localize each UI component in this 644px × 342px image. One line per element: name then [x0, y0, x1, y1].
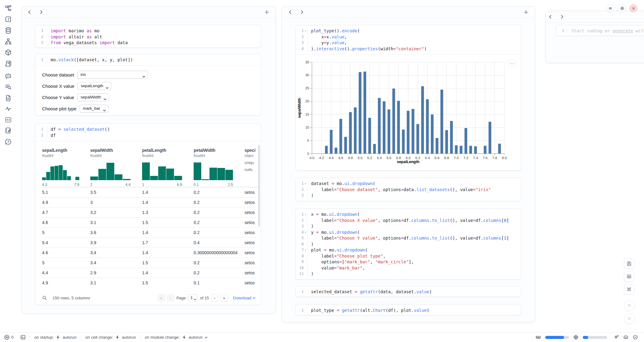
fold-chevron-icon[interactable]: v: [304, 247, 307, 253]
data-sources-icon[interactable]: [5, 27, 12, 34]
cell-selected-dataset[interactable]: 1selected_dataset = getattr(data, datase…: [295, 286, 521, 297]
scratchpad-icon[interactable]: [5, 127, 12, 134]
snippets-icon[interactable]: [5, 116, 12, 123]
cell-imports[interactable]: 1import marimo as mo2import altair as al…: [35, 25, 261, 48]
search-icon[interactable]: [42, 295, 47, 300]
connection-status-button[interactable]: [633, 335, 638, 340]
column-header-petalLength[interactable]: petalLengthfloat6416.9: [142, 144, 194, 187]
error-count-badge[interactable]: 0: [4, 335, 14, 340]
terminal-button[interactable]: [20, 335, 26, 340]
cpu-usage-meter: [583, 336, 607, 339]
column-header-petalWidth[interactable]: petalWidthfloat640.12.5: [194, 144, 245, 187]
table-row: 4.93.11.50.1setos: [42, 278, 258, 288]
dropdown-select-choose-dataset[interactable]: iris: [77, 71, 148, 79]
column-header-sepalWidth[interactable]: sepalWidthfloat6424.4: [90, 144, 142, 187]
prev-column-button[interactable]: [288, 10, 293, 15]
next-page-button[interactable]: ›: [211, 294, 218, 301]
logs-icon[interactable]: [5, 83, 12, 91]
cell-plot-type[interactable]: 1plot_type = getattr(alt.Chart(df), plot…: [295, 305, 521, 315]
on-cell-change-config[interactable]: on cell change: autorun: [85, 335, 136, 340]
column-header-sepalLength[interactable]: sepalLengthfloat644.37.9: [42, 144, 90, 187]
tracing-icon[interactable]: [5, 105, 12, 112]
svg-text:f: f: [8, 17, 10, 22]
svg-text:7.2: 7.2: [463, 156, 468, 160]
menu-button[interactable]: [606, 4, 614, 12]
cell-vstack[interactable]: 1mo.vstack([dataset, x, y, plot]) Choose…: [35, 54, 261, 116]
table-summary: 150 rows, 5 columns: [52, 296, 90, 300]
documentation-icon[interactable]: [5, 94, 12, 102]
variables-icon[interactable]: f: [5, 16, 12, 23]
fold-chevron-icon[interactable]: v: [304, 212, 307, 218]
svg-text:4.0: 4.0: [309, 156, 314, 160]
chat-icon[interactable]: [5, 72, 12, 80]
code-line: 1vx = mo.ui.dropdown(: [296, 212, 521, 218]
outline-icon[interactable]: [5, 60, 12, 67]
file-explorer-icon[interactable]: [5, 5, 12, 12]
cell-chart[interactable]: 1vplot_type().encode(2 x=x.value,3 y=y.v…: [295, 25, 521, 171]
dropdown-select-choose-y-value[interactable]: sepalWidth: [77, 93, 109, 101]
close-button[interactable]: [629, 4, 637, 12]
keyboard-shortcuts-button[interactable]: [624, 284, 634, 294]
packages-icon[interactable]: [5, 49, 12, 56]
on-module-change-config[interactable]: on module change: autorun: [145, 335, 208, 340]
table-scrollbar[interactable]: [258, 145, 260, 227]
save-button[interactable]: [624, 258, 634, 269]
page-count-label: of 15: [200, 296, 209, 300]
svg-text:7.4: 7.4: [473, 156, 478, 160]
cell-empty-ai[interactable]: 1Start coding or generate with: [556, 25, 644, 36]
add-cell-button[interactable]: [264, 9, 270, 15]
prev-column-button[interactable]: [27, 10, 32, 15]
last-page-button[interactable]: »: [220, 294, 228, 301]
code-line: 5 label="Choose Y value", options=df.col…: [296, 235, 521, 241]
fold-chevron-icon[interactable]: v: [304, 230, 307, 236]
next-column-button[interactable]: [299, 10, 304, 15]
run-all-button[interactable]: [624, 313, 635, 324]
status-bar: 0 on startup: autorun on cell change: au…: [0, 332, 644, 342]
cell-dataframe[interactable]: 1df = selected_dataset()2df sepalLengthf…: [35, 123, 261, 305]
code-line: 1Start coding or generate with: [556, 28, 644, 34]
marimo-app: f? 1import marimo as mo2import altair as…: [0, 0, 644, 342]
svg-text:6.4: 6.4: [425, 156, 430, 160]
layout-button[interactable]: [624, 271, 634, 282]
copilot-button[interactable]: [623, 335, 628, 340]
control-row: Choose Y valuesepalWidth: [42, 93, 255, 102]
dependency-graph-icon[interactable]: [5, 38, 12, 45]
code-line: 1vdataset = mo.ui.dropdown(: [296, 181, 521, 187]
dropdown-select-choose-plot-type[interactable]: mark_bar: [80, 105, 109, 112]
stop-kernel-button[interactable]: [624, 300, 635, 311]
table-header: sepalLengthfloat644.37.9sepalWidthfloat6…: [42, 144, 258, 187]
control-row: Choose plot typemark_bar: [42, 105, 255, 113]
code-line: 6): [296, 241, 521, 248]
cell-dataset-dropdown[interactable]: 1vdataset = mo.ui.dropdown(2 label="Choo…: [295, 178, 521, 201]
svg-text:5.8: 5.8: [396, 156, 401, 160]
svg-text:6.2: 6.2: [415, 156, 420, 160]
code-line: 10 value="mark_bar",: [296, 265, 521, 271]
fold-chevron-icon[interactable]: v: [304, 28, 307, 34]
dropdown-label: Choose X value: [42, 84, 74, 89]
bolt-icon: [182, 335, 187, 340]
download-button[interactable]: Download: [233, 296, 256, 300]
svg-text:4.2: 4.2: [319, 156, 324, 160]
next-column-button[interactable]: [560, 14, 564, 19]
prev-page-button[interactable]: ‹: [167, 294, 174, 301]
page-select[interactable]: 1: [188, 294, 198, 301]
ai-sparkles-button[interactable]: [614, 335, 619, 340]
cell-xy-dropdowns[interactable]: 1vx = mo.ui.dropdown(2 label="Choose X v…: [295, 208, 521, 280]
code-line: 2 label="Choose X value", options=df.col…: [296, 218, 521, 224]
on-startup-config[interactable]: on startup: autorun: [34, 335, 77, 340]
first-page-button[interactable]: «: [158, 294, 165, 301]
column-header-speci[interactable]: speciobjecuniqunulls:: [245, 144, 258, 187]
svg-text:7.0: 7.0: [454, 156, 459, 160]
help-icon[interactable]: ?: [5, 138, 12, 145]
prev-column-button[interactable]: [548, 14, 553, 19]
dropdown-select-choose-x-value[interactable]: sepalLength: [77, 82, 112, 90]
table-row: 53.61.40.2setos: [42, 227, 258, 237]
fold-chevron-icon[interactable]: v: [304, 181, 307, 187]
altair-chart[interactable]: 4.04.24.44.64.85.05.25.45.65.86.06.26.46…: [296, 55, 521, 171]
chart-actions-button[interactable]: [508, 59, 516, 68]
next-column-button[interactable]: [39, 10, 44, 15]
svg-text:35: 35: [305, 60, 309, 64]
code-line: 3): [296, 223, 521, 230]
add-cell-button[interactable]: [523, 9, 529, 15]
settings-gear-button[interactable]: [618, 4, 626, 12]
